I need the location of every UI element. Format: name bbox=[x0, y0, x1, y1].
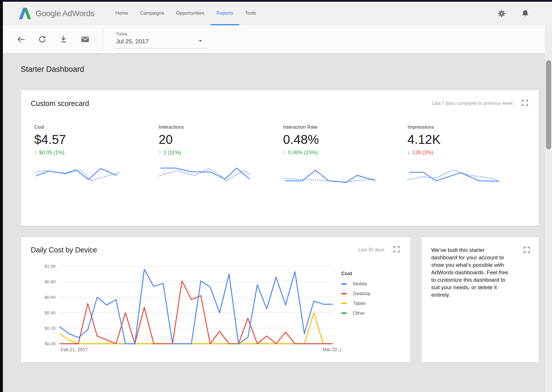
date-value: Jul 25, 2017 bbox=[116, 38, 149, 45]
window-left-edge bbox=[0, 0, 3, 392]
metric-impressions: Impressions 4.12K ↓135 (3%) bbox=[404, 124, 528, 189]
y-axis-tick: $0.40 bbox=[45, 310, 55, 315]
y-axis-tick: $0.20 bbox=[45, 326, 55, 331]
up-arrow-icon: ↑ bbox=[283, 150, 286, 156]
sparkline-current-period bbox=[160, 168, 250, 179]
up-arrow-icon: ↑ bbox=[34, 150, 37, 156]
legend-title: Cost bbox=[341, 271, 399, 277]
metric-value: 0.48% bbox=[283, 132, 404, 147]
metric-change: 135 (3%) bbox=[412, 150, 433, 156]
metric-value: 20 bbox=[159, 132, 280, 147]
legend-label: Mobile bbox=[353, 281, 367, 287]
chart-legend: Cost Mobile Desktop Tablet bbox=[341, 263, 399, 358]
legend-item-desktop[interactable]: Desktop bbox=[341, 291, 399, 296]
scrollbar-track[interactable] bbox=[545, 25, 552, 392]
settings-gear-icon[interactable] bbox=[497, 9, 506, 18]
legend-label: Tablet bbox=[353, 301, 366, 306]
metric-change: 0.06% (15%) bbox=[288, 150, 318, 156]
starter-info-text: We've built this starter dashboard for y… bbox=[431, 246, 509, 354]
daily-cost-title: Daily Cost by Device bbox=[31, 246, 97, 254]
y-axis-tick: $0.80 bbox=[45, 279, 55, 284]
y-axis-tick: $0.60 bbox=[45, 295, 55, 300]
desktop-series-swatch bbox=[341, 293, 347, 294]
nav-item-campaigns[interactable]: Campaigns bbox=[134, 2, 170, 25]
sparkline-current-period bbox=[285, 170, 375, 183]
metric-value: $4.57 bbox=[34, 132, 155, 147]
metric-label: Impressions bbox=[407, 124, 528, 130]
legend-label: Desktop bbox=[353, 291, 371, 296]
expand-icon[interactable] bbox=[523, 246, 530, 354]
metric-cost: Cost $4.57 ↑$0.05 (1%) bbox=[31, 124, 155, 189]
impressions-sparkline bbox=[407, 163, 502, 188]
x-axis-end-label: Mar 22, 2017 bbox=[323, 347, 341, 352]
daily-cost-chart: $0.00$0.20$0.40$0.60$0.80$1.00Feb 21, 20… bbox=[31, 263, 341, 358]
starter-info-card: We've built this starter dashboard for y… bbox=[421, 237, 539, 362]
adwords-logo-icon bbox=[18, 7, 32, 20]
report-toolbar: Today Jul 25, 2017 bbox=[0, 25, 552, 53]
custom-scorecard-card: Custom scorecard Last 7 days compared to… bbox=[21, 90, 539, 226]
download-icon[interactable] bbox=[59, 35, 68, 44]
nav-item-reports[interactable]: Reports bbox=[210, 2, 239, 25]
metric-label: Interaction Rate bbox=[283, 124, 404, 130]
tablet-series-swatch bbox=[341, 303, 347, 304]
metric-change: $0.05 (1%) bbox=[39, 150, 64, 156]
nav-item-home[interactable]: Home bbox=[109, 2, 134, 25]
sparkline-previous-period bbox=[159, 169, 250, 181]
interactions-sparkline bbox=[159, 163, 254, 188]
x-axis-start-label: Feb 21, 2017 bbox=[61, 347, 88, 352]
up-arrow-icon: ↑ bbox=[159, 150, 161, 156]
sparkline-previous-period bbox=[34, 171, 120, 181]
metric-interactions: Interactions 20 ↑2 (11%) bbox=[155, 124, 280, 189]
scorecard-period: Last 7 days compared to previous week bbox=[432, 101, 513, 106]
expand-icon[interactable] bbox=[393, 246, 400, 253]
adwords-brand: Google AdWords bbox=[18, 7, 94, 20]
legend-item-other[interactable]: Other bbox=[341, 310, 399, 316]
y-axis-tick: $0.00 bbox=[45, 341, 55, 346]
y-axis-tick: $1.00 bbox=[45, 264, 55, 269]
daily-cost-card: Daily Cost by Device Last 30 days $0.00$… bbox=[21, 237, 411, 362]
email-icon[interactable] bbox=[80, 35, 90, 44]
interaction-rate-sparkline bbox=[283, 163, 378, 188]
back-icon[interactable] bbox=[17, 35, 25, 44]
other-series-swatch bbox=[341, 312, 347, 314]
brand-text: Google AdWords bbox=[36, 9, 94, 18]
main-menu: Home Campaigns Opportunities Reports Too… bbox=[109, 2, 262, 25]
nav-item-tools[interactable]: Tools bbox=[239, 2, 262, 25]
scrollbar-thumb[interactable] bbox=[546, 60, 551, 149]
mobile-series-line bbox=[60, 269, 333, 344]
date-range-picker[interactable]: Today Jul 25, 2017 bbox=[115, 30, 207, 49]
metric-label: Cost bbox=[34, 124, 155, 130]
nav-right-icons bbox=[497, 9, 530, 18]
metric-value: 4.12K bbox=[407, 132, 528, 147]
toolbar-divider bbox=[103, 28, 103, 51]
date-range-label: Today bbox=[116, 31, 206, 36]
sparkline-current-period bbox=[36, 169, 117, 180]
metric-interaction-rate: Interaction Rate 0.48% ↑0.06% (15%) bbox=[280, 124, 404, 189]
mobile-series-swatch bbox=[341, 283, 347, 285]
metric-change: 2 (11%) bbox=[164, 150, 181, 156]
dashboard-page: Starter Dashboard Custom scorecard Last … bbox=[0, 53, 552, 362]
cost-sparkline bbox=[34, 163, 129, 188]
top-nav: Google AdWords Home Campaigns Opportunit… bbox=[0, 2, 552, 25]
metric-label: Interactions bbox=[159, 124, 280, 130]
page-title: Starter Dashboard bbox=[21, 65, 552, 74]
legend-item-mobile[interactable]: Mobile bbox=[341, 281, 399, 287]
metrics-row: Cost $4.57 ↑$0.05 (1%) Interactions 20 ↑… bbox=[31, 124, 528, 189]
sparkline-current-period bbox=[409, 172, 500, 181]
notifications-bell-icon[interactable] bbox=[521, 9, 530, 18]
legend-item-tablet[interactable]: Tablet bbox=[341, 301, 399, 306]
date-dropdown-caret[interactable] bbox=[199, 40, 202, 42]
legend-label: Other bbox=[353, 310, 365, 316]
down-arrow-icon: ↓ bbox=[407, 150, 410, 156]
scorecard-title: Custom scorecard bbox=[31, 99, 89, 108]
refresh-icon[interactable] bbox=[38, 35, 47, 44]
expand-icon[interactable] bbox=[522, 99, 528, 106]
daily-cost-period: Last 30 days bbox=[358, 247, 384, 252]
nav-item-opportunities[interactable]: Opportunities bbox=[170, 2, 210, 25]
window-top-edge bbox=[0, 0, 552, 2]
